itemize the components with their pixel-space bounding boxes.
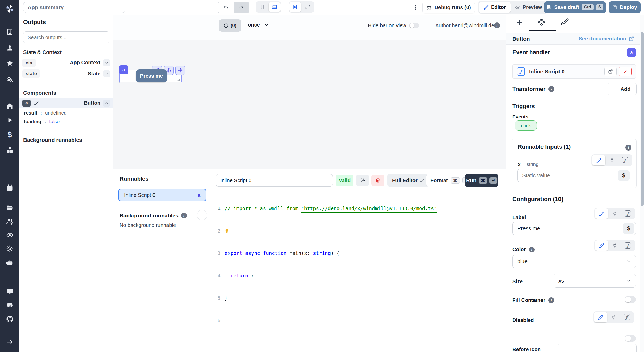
chevron-down-icon[interactable]: [103, 70, 110, 77]
before-icon-input[interactable]: [558, 344, 637, 352]
inline-script-row[interactable]: ƒ Inline Script 0: [512, 64, 636, 79]
discord-icon[interactable]: [6, 301, 14, 309]
kebab-menu-icon[interactable]: [412, 3, 419, 11]
info-icon[interactable]: i: [625, 145, 631, 151]
editor-tab[interactable]: Editor: [479, 2, 511, 13]
chevron-up-icon[interactable]: [103, 100, 110, 107]
script-name-input[interactable]: [216, 174, 333, 187]
code-editor[interactable]: 1// import * as wmill from "https://deno…: [212, 190, 506, 339]
search-outputs-input[interactable]: [23, 31, 109, 43]
open-script-icon-button[interactable]: [604, 67, 617, 76]
users-group-icon[interactable]: [6, 76, 13, 83]
run-mode-dropdown[interactable]: once: [248, 22, 269, 28]
chevron-down-icon: [264, 22, 269, 28]
resize-handle-icon[interactable]: [177, 78, 180, 81]
eval-function-icon[interactable]: ƒ: [620, 312, 633, 322]
desktop-view-button[interactable]: [269, 2, 281, 12]
eye-icon[interactable]: [6, 232, 13, 239]
github-icon[interactable]: [6, 315, 14, 323]
style-brush-tab-icon[interactable]: [561, 18, 569, 26]
star-icon[interactable]: [6, 60, 13, 67]
template-dollar-button[interactable]: $: [623, 223, 634, 234]
connect-plug-icon[interactable]: [608, 240, 621, 251]
scrollbar-thumb[interactable]: [641, 32, 644, 206]
label-value-input[interactable]: [513, 225, 623, 232]
users-gear-icon[interactable]: [6, 218, 13, 225]
eval-function-icon[interactable]: ƒ: [621, 208, 634, 219]
delete-script-button[interactable]: [371, 175, 384, 186]
full-editor-button[interactable]: Full Editor: [387, 174, 429, 187]
component-tag[interactable]: a: [119, 65, 128, 74]
component-row-button[interactable]: a Button: [19, 98, 113, 108]
kbd-ctrl: Ctrl: [582, 4, 594, 10]
user-icon[interactable]: [6, 44, 13, 51]
calendar-schedules-icon[interactable]: [6, 184, 13, 192]
see-documentation-link[interactable]: See documentation: [579, 36, 634, 42]
app-summary-input[interactable]: [23, 2, 125, 13]
debug-runs-button[interactable]: Debug runs (0): [422, 2, 475, 13]
connect-plug-icon[interactable]: [607, 312, 620, 322]
size-select[interactable]: xs: [554, 274, 636, 288]
color-select[interactable]: blue: [512, 255, 636, 268]
move-component-button[interactable]: [175, 66, 185, 75]
refresh-button[interactable]: (0): [219, 19, 241, 32]
lightbulb-icon[interactable]: [225, 228, 229, 234]
eval-function-icon[interactable]: ƒ: [618, 155, 631, 165]
output-row-state[interactable]: state State: [19, 68, 113, 79]
run-mode-value: once: [248, 22, 260, 28]
static-pencil-icon[interactable]: [595, 240, 608, 251]
runnable-item-selected[interactable]: Inline Script 0 a: [118, 189, 206, 201]
add-transformer-button[interactable]: Add: [608, 83, 637, 95]
panel-scrollbar[interactable]: [640, 15, 644, 352]
eye-preview-icon: [515, 5, 520, 10]
info-icon[interactable]: i: [494, 22, 500, 28]
output-row-ctx[interactable]: ctx App Context: [19, 57, 113, 68]
folder-icon[interactable]: [6, 204, 13, 211]
static-value-input[interactable]: [518, 172, 618, 179]
dollar-variables-icon[interactable]: $: [7, 130, 12, 139]
preview-tab[interactable]: Preview: [511, 2, 546, 13]
workspace-building-icon[interactable]: [6, 28, 13, 36]
info-icon[interactable]: i: [529, 247, 535, 252]
info-icon[interactable]: i: [548, 86, 554, 92]
info-icon[interactable]: i: [548, 297, 554, 303]
disabled-toggle[interactable]: [625, 335, 636, 342]
static-pencil-icon[interactable]: [595, 208, 608, 219]
add-background-runnable-button[interactable]: [197, 210, 207, 220]
static-pencil-icon[interactable]: [592, 155, 605, 165]
run-label: Run: [466, 177, 477, 183]
cubes-resources-icon[interactable]: [6, 146, 14, 154]
connect-plug-icon[interactable]: [605, 155, 618, 165]
fill-container-toggle[interactable]: [625, 296, 636, 303]
arrow-right-collapse-icon[interactable]: [6, 339, 13, 346]
template-dollar-button[interactable]: $: [618, 170, 630, 181]
eval-function-icon[interactable]: ƒ: [621, 240, 634, 251]
center-align-button[interactable]: [289, 2, 301, 12]
redo-button[interactable]: [234, 2, 249, 13]
pencil-icon[interactable]: [34, 101, 39, 105]
mobile-view-button[interactable]: [256, 2, 268, 12]
gear-settings-icon[interactable]: [6, 245, 13, 252]
save-draft-button[interactable]: Save draft Ctrl S: [544, 1, 606, 13]
home-icon[interactable]: [6, 102, 13, 110]
undo-button[interactable]: [218, 2, 234, 13]
expand-canvas-button[interactable]: [302, 2, 313, 12]
static-pencil-icon[interactable]: [594, 312, 607, 322]
add-label: Add: [621, 86, 631, 92]
play-runs-icon[interactable]: [6, 117, 13, 124]
ai-wand-button[interactable]: [356, 175, 369, 186]
remove-script-button[interactable]: [619, 67, 632, 76]
chevron-down-icon[interactable]: [103, 59, 110, 66]
robot-icon[interactable]: [6, 259, 13, 266]
deploy-button[interactable]: Deploy: [609, 1, 641, 13]
add-component-tab-icon[interactable]: [516, 19, 523, 26]
connect-plug-icon[interactable]: [608, 208, 621, 219]
component-settings-tab-icon[interactable]: [537, 18, 546, 26]
press-me-button[interactable]: Press me: [136, 69, 167, 82]
info-icon[interactable]: i: [181, 213, 187, 218]
code-token: (x:: [301, 250, 313, 257]
book-docs-icon[interactable]: [6, 288, 13, 295]
hide-bar-toggle[interactable]: [409, 23, 419, 28]
windmill-logo-icon[interactable]: [5, 4, 14, 13]
run-button[interactable]: Run ⌘ ↵: [465, 174, 498, 187]
